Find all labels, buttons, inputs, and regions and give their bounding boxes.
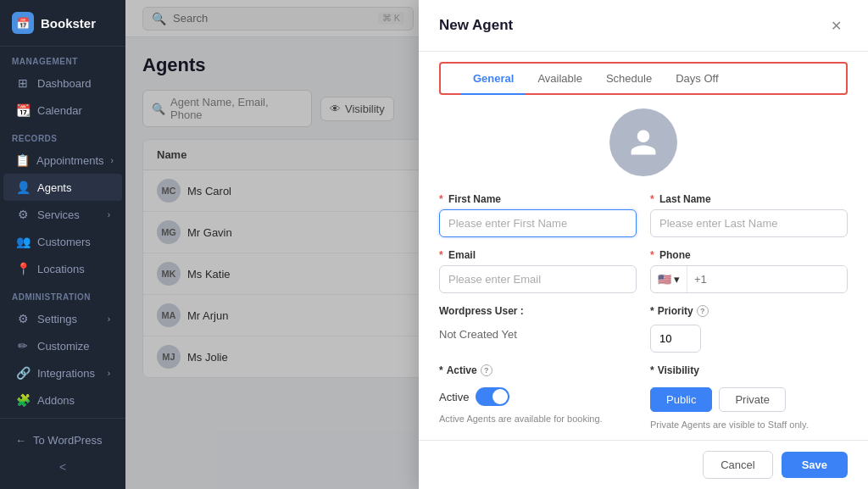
email-input[interactable]: [439, 265, 637, 293]
sidebar-item-label: Integrations: [37, 367, 95, 380]
visibility-label: * Visibility: [650, 364, 848, 376]
first-name-input[interactable]: [439, 209, 637, 237]
tab-general[interactable]: General: [461, 64, 526, 95]
sidebar-item-services[interactable]: ⚙ Services ›: [3, 201, 122, 228]
avatar-upload-button[interactable]: [609, 108, 677, 176]
sidebar-item-settings[interactable]: ⚙ Settings ›: [3, 305, 122, 332]
wp-user-value: Not Created Yet: [439, 325, 637, 344]
active-label: * Active ?: [439, 364, 637, 376]
sidebar-bottom: ← To WordPress <: [0, 418, 125, 489]
flag-emoji: 🇺🇸: [658, 273, 671, 286]
tab-schedule[interactable]: Schedule: [594, 64, 664, 95]
appointments-icon: 📋: [15, 153, 30, 167]
sidebar-item-label: Settings: [37, 313, 77, 325]
modal-tabs: General Available Schedule Days Off: [439, 62, 848, 95]
sidebar-item-addons[interactable]: 🧩 Addons: [3, 386, 122, 414]
phone-label: * Phone: [650, 249, 848, 261]
sidebar-item-appointments[interactable]: 📋 Appointments ›: [3, 147, 122, 174]
sidebar: 📅 Bookster Management ⊞ Dashboard 📆 Cale…: [0, 0, 125, 489]
sidebar-item-label: Services: [37, 208, 80, 221]
modal-close-button[interactable]: ✕: [824, 14, 848, 37]
active-toggle[interactable]: [476, 387, 509, 406]
chevron-right-icon: ›: [108, 210, 110, 219]
services-icon: ⚙: [15, 208, 31, 221]
chevron-right-icon: ›: [108, 369, 110, 378]
required-indicator: *: [650, 193, 654, 205]
agents-icon: 👤: [15, 181, 31, 194]
new-agent-modal: New Agent ✕ General Available Schedule D…: [419, 0, 868, 489]
sidebar-item-dashboard[interactable]: ⊞ Dashboard: [3, 69, 122, 97]
modal-header: New Agent ✕: [419, 0, 868, 52]
sidebar-item-label: Customers: [37, 236, 91, 248]
tab-available[interactable]: Available: [526, 64, 594, 95]
wp-user-label: Wordpress User :: [439, 305, 637, 317]
chevron-down-icon: ▾: [674, 273, 680, 286]
chevron-right-icon: ›: [108, 314, 110, 324]
required-indicator: *: [650, 305, 654, 317]
sidebar-item-customers[interactable]: 👥 Customers: [3, 228, 122, 255]
sidebar-item-label: Addons: [37, 394, 75, 407]
last-name-input[interactable]: [650, 209, 848, 237]
wp-user-group: Wordpress User : Not Created Yet: [439, 305, 637, 353]
wp-priority-row: Wordpress User : Not Created Yet * Prior…: [439, 305, 848, 353]
sidebar-collapse-button[interactable]: <: [3, 453, 122, 481]
last-name-group: * Last Name: [650, 193, 848, 237]
records-section-label: Records: [0, 124, 125, 147]
visibility-public-button[interactable]: Public: [650, 387, 712, 412]
priority-label: * Priority ?: [650, 305, 848, 317]
email-phone-row: * Email * Phone 🇺🇸 ▾: [439, 249, 848, 293]
active-helper-text: Active Agents are available for booking.: [439, 414, 637, 424]
priority-group: * Priority ?: [650, 305, 848, 353]
sidebar-item-label: Agents: [37, 181, 71, 194]
phone-flag-selector[interactable]: 🇺🇸 ▾: [651, 266, 687, 292]
phone-input-wrapper: 🇺🇸 ▾: [650, 265, 848, 293]
collapse-icon: <: [59, 460, 66, 474]
visibility-options: Public Private: [650, 387, 848, 412]
priority-info-icon[interactable]: ?: [697, 305, 709, 317]
active-toggle-label: Active: [439, 391, 469, 403]
modal-footer: Cancel Save: [419, 440, 868, 489]
dashboard-icon: ⊞: [15, 76, 31, 90]
sidebar-item-label: Customize: [37, 340, 89, 353]
tab-days-off[interactable]: Days Off: [664, 64, 730, 95]
locations-icon: 📍: [15, 262, 31, 275]
modal-body: * First Name * Last Name * Email: [419, 95, 868, 440]
cancel-button[interactable]: Cancel: [703, 451, 772, 479]
logo-icon: 📅: [12, 12, 34, 34]
sidebar-item-label: Calendar: [37, 104, 82, 117]
modal-title: New Agent: [439, 17, 513, 34]
phone-group: * Phone 🇺🇸 ▾: [650, 249, 848, 293]
to-wordpress-label: To WordPress: [33, 434, 102, 447]
sidebar-item-calendar[interactable]: 📆 Calendar: [3, 97, 122, 124]
name-row: * First Name * Last Name: [439, 193, 848, 237]
sidebar-item-label: Locations: [37, 263, 85, 275]
first-name-group: * First Name: [439, 193, 637, 237]
to-wordpress-link[interactable]: ← To WordPress: [3, 427, 122, 453]
chevron-right-icon: ›: [111, 156, 114, 165]
sidebar-item-integrations[interactable]: 🔗 Integrations ›: [3, 359, 122, 386]
sidebar-item-agents[interactable]: 👤 Agents: [3, 174, 122, 201]
management-section-label: Management: [0, 47, 125, 69]
sidebar-item-customize[interactable]: ✏ Customize: [3, 332, 122, 359]
sidebar-item-label: Appointments: [36, 154, 104, 167]
sidebar-item-locations[interactable]: 📍 Locations: [3, 255, 122, 282]
app-logo: 📅 Bookster: [0, 0, 125, 47]
settings-icon: ⚙: [15, 312, 31, 325]
email-label: * Email: [439, 249, 637, 261]
first-name-label: * First Name: [439, 193, 637, 205]
active-info-icon[interactable]: ?: [481, 364, 492, 376]
save-button[interactable]: Save: [782, 452, 848, 478]
priority-input[interactable]: [650, 325, 701, 353]
calendar-icon: 📆: [15, 103, 31, 117]
active-toggle-wrapper: Active: [439, 387, 637, 406]
visibility-group-container: * Visibility Public Private Private Agen…: [650, 364, 848, 430]
arrow-left-icon: ←: [15, 434, 26, 447]
avatar-upload-area: [439, 108, 848, 176]
required-indicator: *: [439, 193, 443, 205]
phone-input[interactable]: [687, 266, 847, 292]
administration-section-label: Administration: [0, 282, 125, 305]
active-visibility-row: * Active ? Active Active Agents are avai…: [439, 364, 848, 430]
visibility-private-button[interactable]: Private: [719, 387, 785, 412]
sidebar-item-label: Dashboard: [37, 77, 92, 90]
app-name: Bookster: [41, 16, 96, 31]
